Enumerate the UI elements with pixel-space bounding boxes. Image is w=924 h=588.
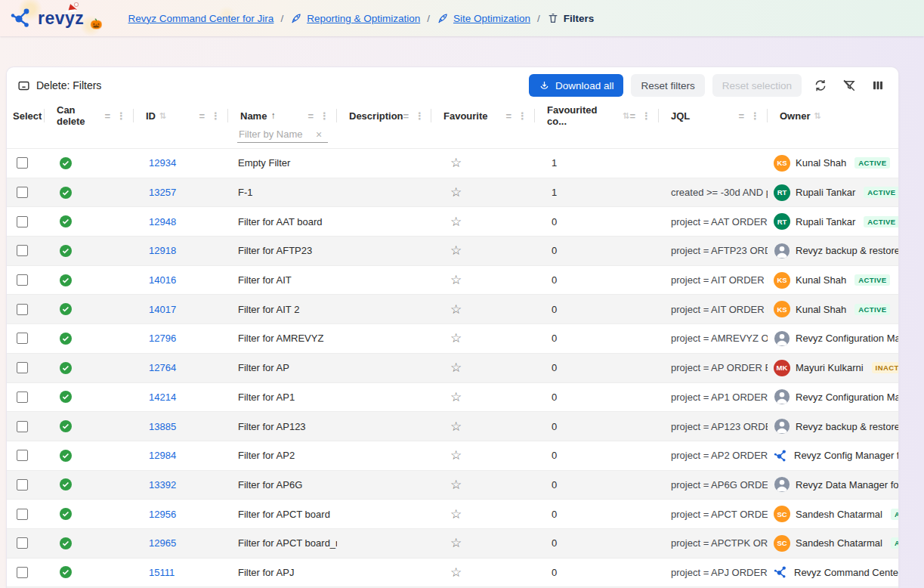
- favourited-count: 1: [552, 157, 557, 169]
- can-delete-cell: [45, 333, 134, 345]
- row-checkbox[interactable]: [17, 421, 28, 432]
- filter-id-link[interactable]: 12918: [149, 245, 176, 256]
- name-filter-input[interactable]: [239, 128, 314, 140]
- breadcrumb-label[interactable]: Reporting & Optimization: [307, 13, 420, 24]
- breadcrumb-item-reporting-optimization[interactable]: Reporting & Optimization: [290, 12, 420, 24]
- row-checkbox[interactable]: [17, 333, 28, 344]
- column-header-favourited_count[interactable]: Favourited co...⇅=⋮: [535, 104, 659, 128]
- filter-id-link[interactable]: 14017: [149, 304, 176, 315]
- column-header-description: Description=⋮: [337, 104, 431, 128]
- row-checkbox[interactable]: [17, 157, 28, 169]
- reset-filters-button[interactable]: Reset filters: [631, 74, 704, 97]
- breadcrumb-label[interactable]: Revyz Command Center for Jira: [128, 13, 274, 24]
- column-filter-icon[interactable]: =: [505, 110, 511, 122]
- filter-id-link[interactable]: 12934: [149, 157, 176, 169]
- row-checkbox[interactable]: [17, 567, 28, 578]
- favourite-star-icon[interactable]: ☆: [450, 214, 462, 230]
- favourite-star-icon[interactable]: ☆: [450, 302, 462, 317]
- id-cell: 12956: [134, 509, 228, 520]
- breadcrumb-label[interactable]: Site Optimization: [453, 13, 530, 24]
- filter-name: Filter for AIT: [238, 274, 292, 286]
- can-delete-check-icon: [60, 478, 72, 491]
- download-all-button[interactable]: Download all: [529, 74, 623, 97]
- favourite-star-icon[interactable]: ☆: [450, 155, 462, 171]
- column-filter-icon[interactable]: =: [104, 110, 110, 122]
- reset-selection-button[interactable]: Reset selection: [712, 74, 802, 97]
- sort-icon[interactable]: ⇅: [623, 111, 629, 121]
- column-filter-icon[interactable]: =: [629, 110, 635, 122]
- select-cell: [7, 567, 45, 578]
- filter-off-icon[interactable]: [839, 76, 859, 95]
- favourite-cell: ☆: [431, 330, 535, 346]
- column-menu-icon[interactable]: ⋮: [518, 110, 527, 122]
- column-menu-icon[interactable]: ⋮: [320, 110, 329, 122]
- filter-id-link[interactable]: 12984: [149, 450, 176, 461]
- row-checkbox[interactable]: [17, 391, 28, 403]
- favourite-star-icon[interactable]: ☆: [450, 272, 462, 288]
- favourite-star-icon[interactable]: ☆: [450, 535, 462, 551]
- filter-id-link[interactable]: 12764: [149, 362, 176, 373]
- id-cell: 12984: [134, 450, 228, 461]
- row-checkbox[interactable]: [17, 450, 28, 461]
- favourite-star-icon[interactable]: ☆: [450, 389, 462, 405]
- breadcrumb-item-site-optimization[interactable]: Site Optimization: [437, 12, 530, 24]
- row-checkbox[interactable]: [17, 537, 28, 549]
- jql-text: project = AP6G ORDE: [671, 479, 768, 491]
- owner-cell: Revyz Command Center for: [768, 565, 899, 580]
- column-header-id[interactable]: ID⇅=⋮: [134, 104, 228, 128]
- favourite-star-icon[interactable]: ☆: [450, 506, 462, 522]
- favourited-count: 0: [552, 479, 557, 491]
- row-checkbox[interactable]: [17, 304, 28, 315]
- favourite-star-icon[interactable]: ☆: [450, 330, 462, 346]
- column-header-owner[interactable]: Owner⇅=⋮: [768, 104, 899, 128]
- table-header-row: SelectCan delete=⋮ID⇅=⋮Name↑=⋮Descriptio…: [7, 104, 898, 128]
- column-menu-icon[interactable]: ⋮: [750, 110, 760, 122]
- column-filter-icon[interactable]: =: [738, 110, 744, 122]
- column-menu-icon[interactable]: ⋮: [211, 110, 221, 122]
- favourite-cell: ☆: [431, 565, 535, 580]
- row-checkbox[interactable]: [17, 216, 28, 227]
- row-checkbox[interactable]: [17, 274, 28, 286]
- filter-id-link[interactable]: 12956: [149, 509, 176, 520]
- select-cell: [7, 245, 45, 256]
- favourite-star-icon[interactable]: ☆: [450, 243, 462, 258]
- filter-id-link[interactable]: 14016: [149, 274, 176, 286]
- favourite-star-icon[interactable]: ☆: [450, 419, 462, 435]
- row-checkbox[interactable]: [17, 509, 28, 520]
- pumpkin-emoji: 🎃: [90, 18, 102, 29]
- filter-id-link[interactable]: 12965: [149, 537, 176, 549]
- row-checkbox[interactable]: [17, 479, 28, 491]
- sort-icon[interactable]: ⇅: [159, 111, 166, 121]
- column-filter-icon[interactable]: =: [199, 110, 205, 122]
- filter-id-link[interactable]: 15111: [149, 567, 175, 578]
- filter-id-link[interactable]: 12796: [149, 333, 176, 344]
- filter-id-link[interactable]: 13392: [149, 479, 176, 491]
- sort-icon[interactable]: ⇅: [814, 111, 820, 121]
- column-menu-icon[interactable]: ⋮: [415, 110, 425, 122]
- clear-filter-icon[interactable]: ×: [314, 129, 323, 140]
- column-menu-icon[interactable]: ⋮: [116, 110, 126, 122]
- row-checkbox[interactable]: [17, 362, 28, 373]
- refresh-icon[interactable]: [811, 76, 830, 95]
- filter-name: Filter for AP1: [238, 391, 295, 403]
- filter-id-link[interactable]: 14214: [149, 391, 176, 403]
- favourite-star-icon[interactable]: ☆: [450, 565, 462, 580]
- row-checkbox[interactable]: [17, 187, 28, 198]
- breadcrumb-item-revyz-command-center-for-jira[interactable]: Revyz Command Center for Jira: [128, 13, 274, 24]
- favourite-star-icon[interactable]: ☆: [450, 447, 462, 463]
- column-filter-icon[interactable]: =: [307, 110, 314, 122]
- can-delete-check-icon: [60, 303, 72, 315]
- row-checkbox[interactable]: [17, 245, 28, 256]
- favourite-star-icon[interactable]: ☆: [450, 477, 462, 493]
- favourite-star-icon[interactable]: ☆: [450, 184, 462, 200]
- sort-asc-icon[interactable]: ↑: [270, 110, 275, 121]
- filter-id-link[interactable]: 13885: [149, 421, 176, 432]
- favourite-star-icon[interactable]: ☆: [450, 360, 462, 376]
- column-filter-icon[interactable]: =: [403, 110, 409, 122]
- filter-id-link[interactable]: 12948: [149, 216, 176, 227]
- column-header-name[interactable]: Name↑=⋮: [228, 104, 337, 128]
- filter-id-link[interactable]: 13257: [149, 187, 176, 198]
- columns-icon[interactable]: [868, 76, 888, 95]
- column-menu-icon[interactable]: ⋮: [641, 110, 651, 122]
- favourite-cell: ☆: [431, 155, 535, 171]
